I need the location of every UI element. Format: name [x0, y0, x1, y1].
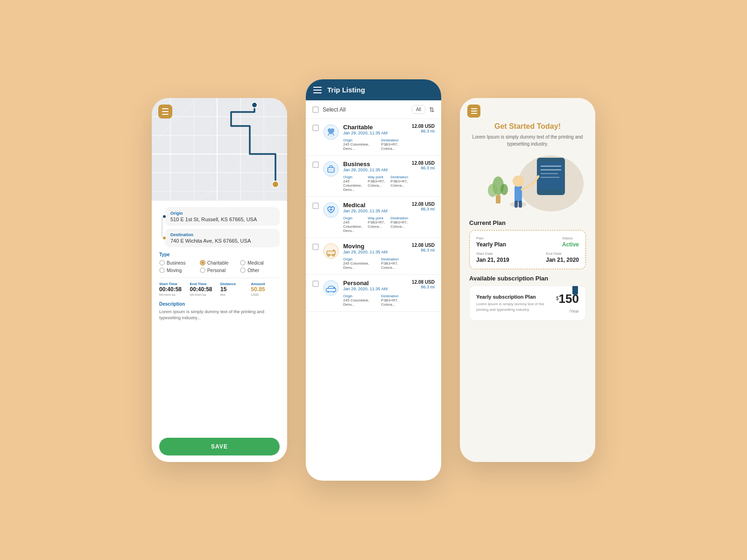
radio-other[interactable] — [240, 267, 246, 273]
trip-icon-personal — [323, 280, 339, 296]
select-all-label: Select All — [323, 106, 408, 113]
type-charitable-label: Charitable — [207, 260, 229, 266]
trip-info-business: Business Jan 29, 2020, 11:35 AM Origin 2… — [343, 161, 408, 192]
trip-info-medical: Medical Jan 29, 2020, 11:35 AM Origin 24… — [343, 202, 408, 233]
business-icon — [323, 161, 339, 177]
stat-amount: Amount 50.85 USD — [251, 282, 280, 297]
radio-business[interactable] — [159, 260, 165, 266]
end-time-value: 00:40:58 — [190, 286, 219, 293]
price-period: /Year — [569, 309, 579, 314]
plan-card-row-1: Plan Yearly Plan Status Active — [476, 236, 579, 248]
save-button[interactable]: SAVE — [159, 438, 280, 455]
phone-subscription: Get Started Today! Lorem Ipsum is simply… — [460, 98, 595, 462]
stat-start-time: Start Time 00:40:58 hh:mm:ss — [159, 282, 188, 297]
trip-name-medical: Medical — [343, 202, 408, 209]
distance-value: 15 — [220, 286, 249, 293]
desc-label: Description — [159, 301, 280, 307]
radio-medical[interactable] — [240, 260, 246, 266]
type-moving[interactable]: Moving — [159, 267, 199, 273]
trip-sub-business: Origin 245 Columbine, Denv... Way point … — [343, 175, 408, 192]
end-date-item: End Date Jan 21, 2020 — [546, 252, 579, 263]
origin-value: 510 E 1st St, Russell, KS 67665, USA — [170, 217, 274, 222]
hamburger-menu-icon[interactable] — [313, 87, 322, 93]
plan-item: Plan Yearly Plan — [476, 236, 506, 248]
svg-point-46 — [488, 184, 497, 197]
subscription-section: Available subscription Plan Yearly subsc… — [469, 275, 586, 321]
trip-item-moving[interactable]: Moving Jan 29, 2020, 11:35 AM Origin 245… — [306, 238, 441, 275]
trip-name-business: Business — [343, 161, 408, 168]
trip-checkbox-medical[interactable] — [312, 203, 319, 209]
svg-point-14 — [252, 102, 257, 108]
trip-amount-business: 12.08 USD 86.3 mi — [412, 161, 435, 170]
get-started-text: Lorem Ipsum is simply dummy text of the … — [469, 133, 586, 147]
radio-charitable[interactable] — [200, 260, 205, 266]
menu-icon-p3[interactable] — [467, 105, 480, 118]
loc-line — [162, 217, 162, 238]
phone1-body: Origin 510 E 1st St, Russell, KS 67665, … — [152, 201, 287, 462]
origin-label: Origin — [170, 211, 274, 216]
radio-moving[interactable] — [159, 267, 165, 273]
menu-icon[interactable] — [158, 105, 172, 119]
trip-sub-charitable: Origin 245 Columbine, Denv... Destinatio… — [343, 138, 408, 151]
plan-label: Plan — [476, 236, 506, 240]
trip-info-charitable: Charitable Jan 29, 2020, 11:35 AM Origin… — [343, 124, 408, 151]
type-other[interactable]: Other — [240, 267, 280, 273]
illustration-svg — [472, 153, 584, 214]
stat-distance: Distance 15 km — [220, 282, 249, 297]
start-date-item: Start Date Jan 21, 2019 — [476, 252, 509, 263]
svg-point-30 — [328, 291, 329, 293]
distance-label: Distance — [220, 282, 249, 286]
svg-rect-42 — [514, 201, 518, 208]
bookmark-icon — [572, 286, 578, 295]
svg-point-47 — [500, 184, 508, 195]
desc-text: Lorem Ipsum is simply dummy text of the … — [159, 308, 280, 321]
radio-personal[interactable] — [200, 267, 205, 273]
trip-item-personal[interactable]: Personal Jan 29, 2020, 11:35 AM Origin 2… — [306, 275, 441, 312]
trip-name-charitable: Charitable — [343, 124, 408, 131]
filter-box[interactable]: All — [412, 105, 425, 114]
map-area — [152, 98, 287, 201]
trip-checkbox-personal[interactable] — [312, 280, 319, 287]
start-time-label: Start Time — [159, 282, 188, 286]
status-item: Status Active — [562, 236, 579, 248]
trip-item-business[interactable]: Business Jan 29, 2020, 11:35 AM Origin 2… — [306, 156, 441, 197]
type-label: Type — [159, 252, 280, 257]
plan-card: Plan Yearly Plan Status Active Start Dat… — [469, 230, 586, 269]
type-charitable[interactable]: Charitable — [200, 260, 240, 266]
select-all-checkbox[interactable] — [312, 106, 319, 113]
trip-sub-medical: Origin 245 Columbine, Denv... Way point … — [343, 216, 408, 233]
phone-trip-listing: Trip Listing Select All All ⇅ Charitable — [306, 79, 441, 481]
type-section: Type Business Charitable Medical — [159, 252, 280, 273]
svg-point-28 — [324, 280, 338, 295]
trip-icon-charitable — [323, 124, 339, 140]
current-plan-title: Current Plan — [469, 219, 586, 226]
sort-icon[interactable]: ⇅ — [429, 106, 435, 113]
amount-value: 50.85 — [251, 286, 280, 293]
trip-checkbox-moving[interactable] — [312, 244, 319, 250]
trip-info-personal: Personal Jan 29, 2020, 11:35 AM Origin 2… — [343, 280, 408, 307]
svg-rect-40 — [514, 186, 522, 202]
sub-plan-desc: Lorem Ipsum is simply dummy text of the … — [476, 301, 551, 312]
trip-checkbox-charitable[interactable] — [312, 125, 319, 131]
trip-date-medical: Jan 29, 2020, 11:35 AM — [343, 209, 408, 213]
stat-end-time: End Time 00:40:58 hh:mm:ss — [190, 282, 219, 297]
amount-label: Amount — [251, 282, 280, 286]
start-time-value: 00:40:58 — [159, 286, 188, 293]
personal-icon — [323, 280, 339, 296]
type-medical-label: Medical — [247, 260, 263, 266]
svg-point-13 — [272, 181, 279, 188]
trip-sub-personal: Origin 245 Columbine, Denv... Destinatio… — [343, 294, 408, 307]
type-personal[interactable]: Personal — [200, 267, 240, 273]
sub-plan-card[interactable]: Yearly subscription Plan Lorem Ipsum is … — [469, 286, 586, 321]
start-date-label: Start Date — [476, 252, 509, 256]
locations-section: Origin 510 E 1st St, Russell, KS 67665, … — [159, 207, 280, 247]
destination-box: Destination 740 E Wichita Ave, KS 67665,… — [165, 229, 280, 247]
type-medical[interactable]: Medical — [240, 260, 280, 266]
destination-dot — [162, 236, 167, 240]
trip-checkbox-business[interactable] — [312, 161, 319, 168]
trip-listing-header: Trip Listing — [306, 79, 441, 100]
trip-icon-moving — [323, 243, 339, 259]
type-business[interactable]: Business — [159, 260, 199, 266]
trip-item-charitable[interactable]: Charitable Jan 29, 2020, 11:35 AM Origin… — [306, 119, 441, 156]
trip-item-medical[interactable]: Medical Jan 29, 2020, 11:35 AM Origin 24… — [306, 197, 441, 238]
